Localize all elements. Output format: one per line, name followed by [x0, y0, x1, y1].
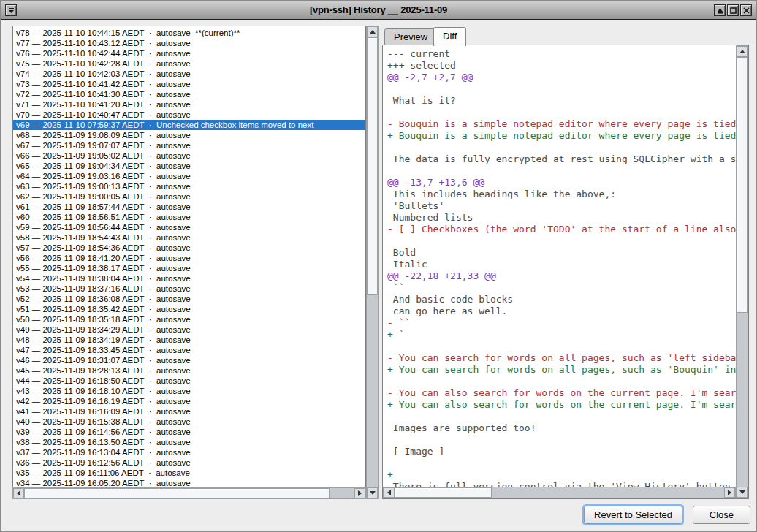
tab-diff[interactable]: Diff	[433, 27, 466, 46]
history-list-item[interactable]: v68 — 2025-11-09 19:08:09 AEDT · autosav…	[16, 130, 365, 140]
window-frame: [vpn-ssh] History __ 2025-11-09 v78 —	[1, 1, 756, 531]
history-list-item[interactable]: v72 — 2025-11-10 10:41:30 AEDT · autosav…	[16, 89, 365, 99]
history-list-item[interactable]: v51 — 2025-11-09 18:35:42 AEDT · autosav…	[16, 304, 365, 314]
history-list-item[interactable]: v54 — 2025-11-09 18:38:04 AEDT · autosav…	[16, 273, 365, 284]
history-list-item[interactable]: v64 — 2025-11-09 19:03:16 AEDT · autosav…	[16, 171, 365, 181]
triangle-right-icon	[358, 490, 362, 496]
diff-line: 'Bullets'	[387, 200, 736, 212]
diff-line	[387, 341, 736, 352]
diff-line	[387, 142, 736, 153]
diff-line: [ Image ]	[387, 446, 736, 457]
shade-button[interactable]	[714, 4, 726, 16]
diff-line: And basic code blocks	[387, 294, 736, 305]
history-list-item[interactable]: v40 — 2025-11-09 16:15:38 AEDT · autosav…	[16, 417, 365, 427]
diff-vertical-scrollbar[interactable]	[736, 45, 748, 498]
history-list-item[interactable]: v66 — 2025-11-09 19:05:02 AEDT · autosav…	[16, 151, 365, 161]
history-list-item[interactable]: v53 — 2025-11-09 18:37:16 AEDT · autosav…	[16, 284, 365, 294]
history-list-item[interactable]: v62 — 2025-11-09 19:00:05 AEDT · autosav…	[16, 191, 365, 202]
history-horizontal-scrollbar[interactable]	[12, 487, 366, 499]
diff-line: This includes headings like the above,:	[387, 189, 736, 200]
triangle-left-icon	[17, 490, 20, 496]
history-list-item[interactable]: v41 — 2025-11-09 16:16:09 AEDT · autosav…	[16, 406, 365, 417]
history-list-item[interactable]: v39 — 2025-11-09 16:14:56 AEDT · autosav…	[16, 427, 365, 437]
dialog-body: v78 — 2025-11-10 10:44:15 AEDT · autosav…	[2, 21, 755, 530]
diff-line: +++ selected	[387, 60, 736, 72]
history-list-item[interactable]: v45 — 2025-11-09 18:28:13 AEDT · autosav…	[16, 365, 365, 376]
history-list-item[interactable]: v78 — 2025-11-10 10:44:15 AEDT · autosav…	[16, 28, 365, 38]
diff-line	[387, 83, 736, 95]
history-list-item[interactable]: v47 — 2025-11-09 18:33:45 AEDT · autosav…	[16, 345, 365, 355]
close-button[interactable]: Close	[693, 506, 750, 524]
history-list-item[interactable]: v48 — 2025-11-09 18:34:19 AEDT · autosav…	[16, 335, 365, 345]
scroll-left-button[interactable]	[384, 487, 395, 498]
history-list-item[interactable]: v49 — 2025-11-09 18:34:29 AEDT · autosav…	[16, 324, 365, 335]
scrollbar-thumb[interactable]	[737, 57, 748, 313]
scroll-up-button[interactable]	[367, 26, 378, 37]
history-listbox[interactable]: v78 — 2025-11-10 10:44:15 AEDT · autosav…	[12, 26, 366, 487]
scroll-down-button[interactable]	[367, 487, 378, 498]
diff-line: Numbered lists	[387, 212, 736, 224]
history-list-item[interactable]: v46 — 2025-11-09 18:31:07 AEDT · autosav…	[16, 355, 365, 365]
history-window: [vpn-ssh] History __ 2025-11-09 v78 —	[0, 0, 757, 532]
history-list-item[interactable]: v77 — 2025-11-10 10:43:12 AEDT · autosav…	[16, 38, 365, 48]
scrollbar-thumb[interactable]	[24, 488, 330, 498]
history-list-item[interactable]: v74 — 2025-11-10 10:42:03 AEDT · autosav…	[16, 69, 365, 79]
scroll-up-button[interactable]	[737, 46, 748, 57]
close-window-button[interactable]	[740, 4, 752, 16]
history-list-item[interactable]: v65 — 2025-11-09 19:04:34 AEDT · autosav…	[16, 161, 365, 171]
history-list-item[interactable]: v55 — 2025-11-09 18:38:17 AEDT · autosav…	[16, 263, 365, 273]
diff-horizontal-scrollbar[interactable]	[383, 487, 736, 498]
history-list-item[interactable]: v57 — 2025-11-09 18:54:36 AEDT · autosav…	[16, 243, 365, 253]
diff-line	[387, 235, 736, 247]
history-list-item[interactable]: v52 — 2025-11-09 18:36:08 AEDT · autosav…	[16, 294, 365, 304]
history-list-item[interactable]: v70 — 2025-11-10 10:40:47 AEDT · autosav…	[16, 110, 365, 120]
tab-preview[interactable]: Preview	[384, 28, 437, 45]
history-list-item[interactable]: v69 — 2025-11-10 07:59:37 AEDT · Uncheck…	[13, 120, 366, 130]
diff-line: + `	[387, 329, 736, 341]
history-list-item[interactable]: v35 — 2025-11-09 16:11:06 AEDT · autosav…	[16, 468, 365, 478]
diff-line: --- current	[387, 48, 736, 60]
history-list-item[interactable]: v75 — 2025-11-10 10:42:28 AEDT · autosav…	[16, 58, 365, 69]
maximize-button[interactable]	[727, 4, 739, 16]
history-list-item[interactable]: v36 — 2025-11-09 16:12:56 AEDT · autosav…	[16, 457, 365, 468]
history-list-item[interactable]: v63 — 2025-11-09 19:00:13 AEDT · autosav…	[16, 181, 365, 191]
scroll-left-button[interactable]	[13, 488, 24, 498]
diff-panel: --- current+++ selected@@ -2,7 +2,7 @@ W…	[382, 45, 749, 499]
scrollbar-thumb[interactable]	[367, 37, 378, 294]
maximize-icon	[730, 7, 737, 14]
scroll-right-button[interactable]	[354, 488, 365, 498]
revert-to-selected-button[interactable]: Revert to Selected	[584, 506, 682, 524]
history-list-item[interactable]: v60 — 2025-11-09 18:56:51 AEDT · autosav…	[16, 212, 365, 222]
triangle-left-icon	[387, 490, 391, 495]
history-list-item[interactable]: v58 — 2025-11-09 18:54:43 AEDT · autosav…	[16, 232, 365, 243]
titlebar[interactable]: [vpn-ssh] History __ 2025-11-09	[1, 1, 756, 20]
diff-line: - Bouquin is a simple notepad editor whe…	[387, 118, 736, 130]
diff-line: + You can also search for words on the c…	[387, 399, 736, 411]
history-list-item[interactable]: v56 — 2025-11-09 18:41:20 AEDT · autosav…	[16, 253, 365, 263]
history-list-item[interactable]: v61 — 2025-11-09 18:57:44 AEDT · autosav…	[16, 202, 365, 212]
triangle-up-icon	[370, 30, 376, 34]
history-list-item[interactable]: v43 — 2025-11-09 16:18:10 AEDT · autosav…	[16, 386, 365, 396]
history-list-item[interactable]: v50 — 2025-11-09 18:35:18 AEDT · autosav…	[16, 314, 365, 324]
diff-line: + You can search for words on all pages,…	[387, 364, 736, 376]
history-list-item[interactable]: v71 — 2025-11-10 10:41:20 AEDT · autosav…	[16, 99, 365, 110]
history-list-item[interactable]: v76 — 2025-11-10 10:42:44 AEDT · autosav…	[16, 48, 365, 58]
diff-line	[387, 376, 736, 387]
history-list-item[interactable]: v38 — 2025-11-09 16:13:50 AEDT · autosav…	[16, 437, 365, 447]
history-list-item[interactable]: v44 — 2025-11-09 16:18:50 AEDT · autosav…	[16, 376, 365, 386]
history-list-item[interactable]: v59 — 2025-11-09 18:56:44 AEDT · autosav…	[16, 222, 365, 232]
history-list-item[interactable]: v34 — 2025-11-09 16:05:20 AEDT · autosav…	[16, 478, 365, 487]
scroll-down-button[interactable]	[737, 487, 748, 498]
diff-line: There is full version control via the 'V…	[387, 481, 736, 487]
history-list-item[interactable]: v37 — 2025-11-09 16:13:04 AEDT · autosav…	[16, 447, 365, 457]
history-vertical-scrollbar[interactable]	[366, 26, 378, 499]
history-list-item[interactable]: v42 — 2025-11-09 16:16:19 AEDT · autosav…	[16, 396, 365, 406]
diff-line: Italic	[387, 259, 736, 270]
history-list-item[interactable]: v73 — 2025-11-10 10:41:42 AEDT · autosav…	[16, 79, 365, 89]
scrollbar-thumb[interactable]	[395, 487, 492, 498]
history-list-item[interactable]: v67 — 2025-11-09 19:07:07 AEDT · autosav…	[16, 140, 365, 151]
triangle-right-icon	[728, 490, 731, 495]
history-panel: v78 — 2025-11-10 10:44:15 AEDT · autosav…	[12, 26, 378, 499]
diff-line	[387, 165, 736, 177]
scroll-right-button[interactable]	[724, 487, 735, 498]
